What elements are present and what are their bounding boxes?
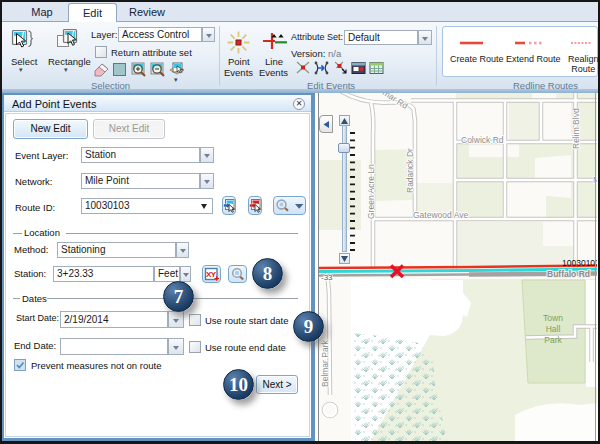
svg-text:10030103: 10030103 <box>562 258 597 268</box>
svg-text:Colwick Rd: Colwick Rd <box>461 135 504 145</box>
svg-text:Hall: Hall <box>546 324 561 334</box>
svg-text:Town: Town <box>543 313 563 323</box>
svg-text:-33: -33 <box>321 273 333 282</box>
svg-text:Gatewood Ave: Gatewood Ave <box>413 210 468 220</box>
svg-text:Belmar Park: Belmar Park <box>320 339 330 387</box>
svg-text:Green Acre Ln: Green Acre Ln <box>366 164 376 219</box>
svg-text:Park: Park <box>544 335 562 345</box>
svg-text:Radarick Dr: Radarick Dr <box>405 148 415 193</box>
svg-text:Buffalo Rd: Buffalo Rd <box>547 269 590 279</box>
svg-text:Relim Blvd: Relim Blvd <box>571 108 581 149</box>
